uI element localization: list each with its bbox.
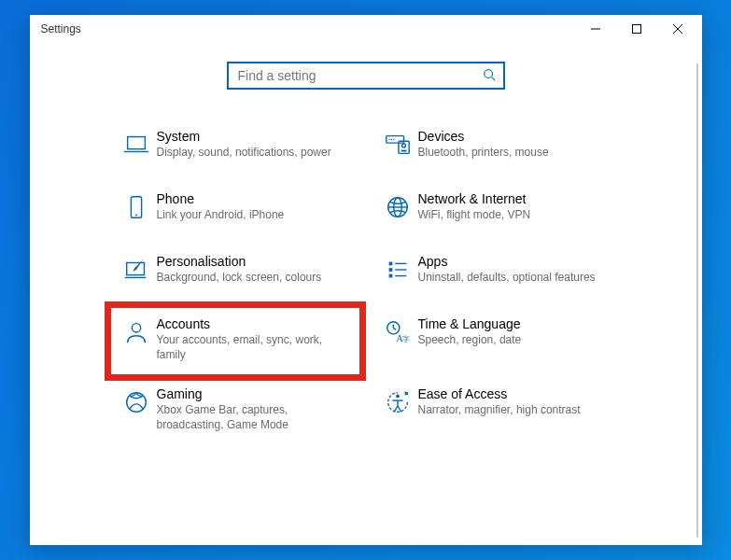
category-grid: System Display, sound, notifications, po… xyxy=(105,121,627,455)
xbox-icon xyxy=(122,388,150,432)
category-title: Phone xyxy=(157,191,355,206)
svg-point-9 xyxy=(388,139,390,141)
content-area: System Display, sound, notifications, po… xyxy=(30,43,702,545)
apps-icon xyxy=(384,256,412,287)
paintbrush-icon xyxy=(122,256,150,287)
category-title: System xyxy=(157,129,355,144)
svg-line-39 xyxy=(398,406,401,413)
svg-point-16 xyxy=(135,215,137,217)
svg-text:字: 字 xyxy=(401,334,409,343)
devices-icon xyxy=(384,131,412,161)
category-system[interactable]: System Display, sound, notifications, po… xyxy=(105,121,366,184)
category-title: Apps xyxy=(418,254,616,269)
globe-icon xyxy=(384,193,412,224)
time-language-icon: A字 xyxy=(384,318,412,357)
category-desc: WiFi, flight mode, VPN xyxy=(418,208,616,223)
category-desc: Background, lock screen, colours xyxy=(157,271,355,286)
category-desc: Display, sound, notifications, power xyxy=(157,146,355,161)
titlebar: Settings xyxy=(30,15,702,43)
svg-point-13 xyxy=(401,144,405,147)
category-network[interactable]: Network & Internet WiFi, flight mode, VP… xyxy=(366,184,627,246)
category-ease-of-access[interactable]: Ease of Access Narrator, magnifier, high… xyxy=(366,379,627,455)
svg-rect-6 xyxy=(127,137,145,149)
settings-window: Settings System D xyxy=(30,15,702,545)
category-title: Gaming xyxy=(157,386,355,401)
category-devices[interactable]: Devices Bluetooth, printers, mouse xyxy=(366,121,627,184)
svg-point-35 xyxy=(396,395,400,399)
search-input[interactable] xyxy=(236,67,483,84)
svg-point-11 xyxy=(393,139,395,141)
person-icon xyxy=(122,318,150,362)
window-title: Settings xyxy=(41,22,81,35)
category-time-language[interactable]: A字 Time & Language Speech, region, date xyxy=(366,309,627,379)
laptop-icon xyxy=(122,131,150,161)
close-button[interactable] xyxy=(657,15,698,43)
search-icon xyxy=(483,68,496,84)
svg-rect-22 xyxy=(388,262,392,266)
category-title: Accounts xyxy=(157,316,355,331)
category-apps[interactable]: Apps Uninstall, defaults, optional featu… xyxy=(366,246,627,309)
svg-rect-14 xyxy=(401,150,406,152)
svg-line-5 xyxy=(491,77,495,80)
search-box[interactable] xyxy=(227,62,505,90)
svg-point-4 xyxy=(484,69,492,77)
category-gaming[interactable]: Gaming Xbox Game Bar, captures, broadcas… xyxy=(105,379,366,455)
category-desc: Uninstall, defaults, optional features xyxy=(418,271,616,286)
category-accounts[interactable]: Accounts Your accounts, email, sync, wor… xyxy=(105,301,366,381)
category-title: Time & Language xyxy=(418,316,616,331)
category-personalisation[interactable]: Personalisation Background, lock screen,… xyxy=(105,246,366,309)
svg-rect-26 xyxy=(388,274,392,278)
category-title: Ease of Access xyxy=(418,386,616,401)
minimize-button[interactable] xyxy=(575,15,616,43)
scrollbar[interactable] xyxy=(696,63,698,538)
category-desc: Your accounts, email, sync, work, family xyxy=(157,333,355,362)
category-desc: Link your Android, iPhone xyxy=(157,208,355,223)
svg-point-10 xyxy=(390,139,392,141)
phone-icon xyxy=(122,193,150,224)
category-phone[interactable]: Phone Link your Android, iPhone xyxy=(105,184,366,246)
category-title: Network & Internet xyxy=(418,191,616,206)
maximize-button[interactable] xyxy=(616,15,657,43)
svg-line-38 xyxy=(394,406,398,413)
svg-rect-1 xyxy=(632,25,640,34)
category-title: Personalisation xyxy=(157,254,355,269)
category-desc: Xbox Game Bar, captures, broadcasting, G… xyxy=(157,403,355,432)
category-desc: Narrator, magnifier, high contrast xyxy=(418,403,616,418)
svg-line-31 xyxy=(393,328,396,329)
svg-point-28 xyxy=(132,324,140,332)
accessibility-icon xyxy=(384,388,412,432)
category-title: Devices xyxy=(418,129,616,144)
svg-rect-24 xyxy=(388,268,392,272)
category-desc: Bluetooth, printers, mouse xyxy=(418,146,616,161)
category-desc: Speech, region, date xyxy=(418,333,616,348)
